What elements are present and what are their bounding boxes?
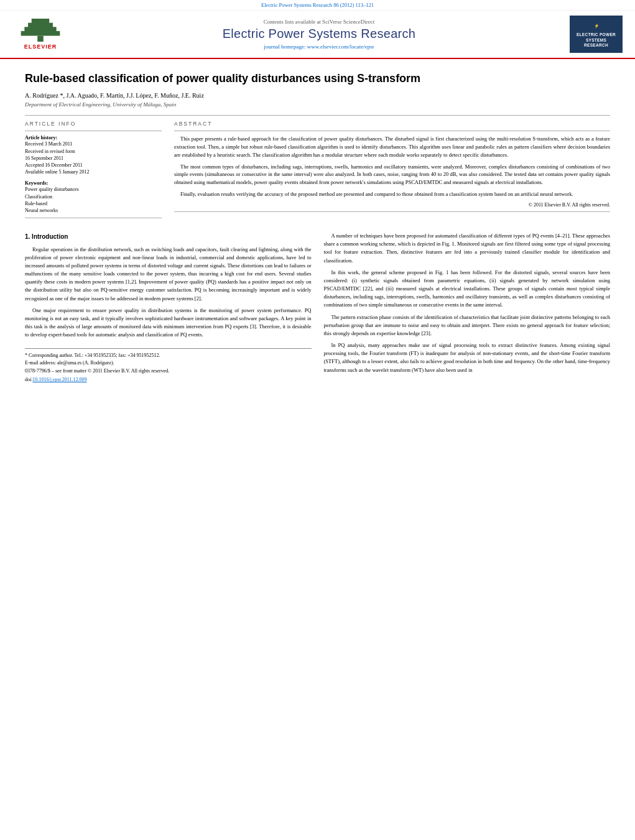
abstract-p1: This paper presents a rule-based approac… — [174, 135, 610, 159]
svg-rect-3 — [21, 31, 60, 36]
doi-link[interactable]: 10.1016/j.epsr.2011.12.009 — [32, 377, 86, 382]
affiliation: Department of Electrical Engineering, Un… — [25, 101, 610, 108]
svg-text:⚡: ⚡ — [593, 23, 599, 29]
section1-heading-text: 1. Introduction — [25, 233, 68, 240]
svg-rect-0 — [32, 19, 50, 24]
footnote-area: * Corresponding author. Tel.: +34 951952… — [25, 348, 312, 366]
journal-title-center: Contents lists available at SciVerse Sci… — [68, 19, 570, 50]
abstract-p2: The most common types of disturbances, i… — [174, 163, 610, 187]
elsevier-label: ELSEVIER — [24, 44, 57, 50]
badge-title-line3: RESEARCH — [584, 43, 608, 48]
keyword2: Classification — [25, 193, 162, 200]
article-history-label: Article history: — [25, 135, 162, 141]
intro-col2-p2: In this work, the general scheme propose… — [324, 269, 611, 310]
article-content: Rule-based classification of power quali… — [0, 59, 635, 394]
doi-label: doi: — [25, 377, 32, 382]
journal-badge: ⚡ ELECTRIC POWER SYSTEMS RESEARCH — [570, 16, 623, 53]
intro-p1: Regular operations in the distribution n… — [25, 246, 312, 303]
received-text: Received 3 March 2011 — [25, 141, 72, 147]
received-revised-date: 16 September 2011 — [25, 155, 162, 162]
keyword3: Rule-based — [25, 200, 162, 207]
keyword1: Power quality disturbances — [25, 186, 162, 193]
body-content: 1. Introduction Regular operations in th… — [25, 232, 610, 384]
keywords-label: Keywords: — [25, 180, 162, 186]
article-history: Article history: Received 3 March 2011 R… — [25, 135, 162, 175]
intro-p2: One major requirement to ensure power qu… — [25, 307, 312, 339]
footnote-email-text: E-mail address: ale@uma.es (A. Rodríguez… — [25, 360, 114, 366]
top-ref-line: Electric Power Systems Research 86 (2012… — [0, 0, 635, 11]
journal-homepage: journal homepage: www.elsevier.com/locat… — [81, 44, 557, 50]
section1-heading: 1. Introduction — [25, 232, 312, 242]
abstract-col: ABSTRACT This paper presents a rule-base… — [174, 121, 610, 224]
article-info-box: Article history: Received 3 March 2011 R… — [25, 131, 162, 218]
article-info-col: ARTICLE INFO Article history: Received 3… — [25, 121, 162, 224]
article-meta-row: ARTICLE INFO Article history: Received 3… — [25, 121, 610, 224]
top-ref-text: Electric Power Systems Research 86 (2012… — [261, 2, 374, 8]
svg-rect-4 — [37, 36, 44, 42]
intro-col2-p4: In PQ analysis, many approaches make use… — [324, 341, 611, 374]
svg-rect-2 — [24, 27, 56, 32]
body-col-right: A number of techniques have been propose… — [324, 232, 611, 384]
abstract-section: This paper presents a rule-based approac… — [174, 131, 610, 211]
doi-line: doi:10.1016/j.epsr.2011.12.009 — [25, 376, 312, 384]
homepage-label: journal homepage: — [264, 44, 305, 50]
journal-header: ELSEVIER Contents lists available at Sci… — [0, 11, 635, 59]
issn-line: 0378-7796/$ – see front matter © 2011 El… — [25, 367, 312, 375]
accepted-label: Accepted 16 December 2011 — [25, 162, 162, 168]
divider-1 — [25, 115, 610, 116]
intro-col2-p3: The pattern extraction phase consists of… — [324, 313, 611, 338]
keyword4: Neural networks — [25, 207, 162, 214]
svg-rect-1 — [28, 23, 53, 28]
available-label: Available online 5 January 2012 — [25, 168, 162, 175]
contents-line: Contents lists available at SciVerse Sci… — [81, 19, 557, 25]
body-col-left: 1. Introduction Regular operations in th… — [25, 232, 312, 384]
abstract-label: ABSTRACT — [174, 121, 610, 127]
elsevier-logo: ELSEVIER — [12, 19, 68, 50]
abstract-p3: Finally, evaluation results verifying th… — [174, 190, 610, 198]
badge-title-line2: SYSTEMS — [586, 38, 606, 43]
article-info-label: ARTICLE INFO — [25, 121, 162, 127]
footnote-email: E-mail address: ale@uma.es (A. Rodríguez… — [25, 359, 312, 366]
issn-text: 0378-7796/$ – see front matter © 2011 El… — [25, 368, 169, 374]
abstract-text: This paper presents a rule-based approac… — [174, 135, 610, 198]
badge-title-line1: ELECTRIC POWER — [577, 32, 616, 37]
journal-title: Electric Power Systems Research — [81, 27, 557, 41]
received-revised-text: Received in revised form — [25, 149, 75, 154]
intro-col2-p1: A number of techniques have been propose… — [324, 232, 611, 265]
received-revised-label: Received in revised form — [25, 148, 162, 155]
footnote-corresponding: * Corresponding author. Tel.: +34 951952… — [25, 352, 312, 359]
copyright: © 2011 Elsevier B.V. All rights reserved… — [174, 202, 610, 208]
received-label: Received 3 March 2011 — [25, 141, 162, 147]
journal-badge-icon: ⚡ — [587, 20, 606, 32]
article-title: Rule-based classification of power quali… — [25, 72, 610, 86]
elsevier-tree-icon — [19, 19, 62, 42]
keywords-section: Keywords: Power quality disturbances Cla… — [25, 180, 162, 214]
page: Electric Power Systems Research 86 (2012… — [0, 0, 635, 840]
authors: A. Rodríguez *, J.A. Aguado, F. Martín, … — [25, 92, 610, 99]
homepage-url[interactable]: www.elsevier.com/locate/epsr — [307, 44, 374, 50]
